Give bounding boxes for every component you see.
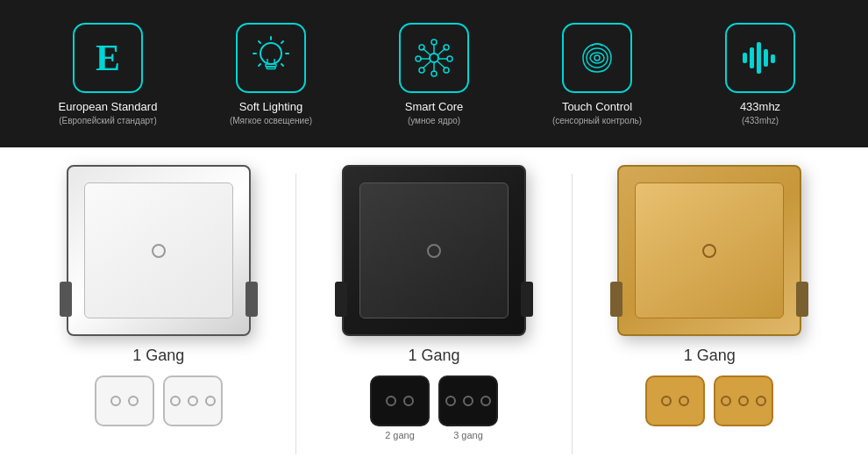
- divider-2: [572, 174, 573, 454]
- black-3gang-col: 3 gang: [438, 375, 498, 440]
- svg-rect-30: [743, 53, 747, 63]
- svg-rect-31: [750, 47, 754, 68]
- switch-black-dot: [427, 244, 441, 258]
- 433mhz-label: 433mhz: [740, 100, 780, 113]
- smart-core-icon: [399, 23, 469, 93]
- 433mhz-icon: [725, 23, 795, 93]
- european-standard-sublabel: (Европейский стандарт): [59, 116, 157, 125]
- svg-rect-33: [764, 49, 768, 67]
- svg-point-0: [260, 43, 281, 64]
- black-dot-4: [463, 396, 473, 406]
- soft-lighting-label: Soft Lighting: [239, 100, 302, 113]
- svg-point-29: [594, 55, 600, 61]
- gold-dot-4: [738, 396, 749, 406]
- feature-touch-control: Touch Control (сенсорный контроль): [523, 23, 672, 125]
- gold-dot-3: [721, 396, 731, 406]
- svg-rect-34: [771, 54, 775, 63]
- white-variants: [95, 375, 223, 426]
- svg-line-7: [259, 41, 260, 43]
- product-black: 1 Gang 2 gang 3 gang: [307, 165, 561, 440]
- switch-white-inner: [84, 182, 233, 318]
- gold-dot-1: [661, 396, 672, 406]
- black-gang-label: 1 Gang: [408, 347, 459, 365]
- features-bar: E European Standard (Европейский стандар…: [0, 0, 868, 147]
- 433mhz-sublabel: (433mhz): [742, 116, 779, 125]
- svg-point-28: [419, 45, 424, 50]
- gold-variants: [645, 375, 773, 426]
- divider-1: [295, 174, 296, 454]
- svg-point-12: [430, 54, 438, 62]
- european-standard-label: European Standard: [59, 100, 158, 113]
- european-standard-icon: E: [73, 23, 143, 93]
- feature-433mhz: 433mhz (433mhz): [686, 23, 835, 125]
- white-dot-1: [110, 396, 121, 406]
- svg-line-11: [259, 64, 260, 66]
- svg-point-22: [444, 45, 449, 50]
- switch-gold-main: [617, 165, 801, 336]
- black-dot-2: [403, 396, 414, 406]
- black-dot-3: [445, 396, 456, 406]
- black-2gang-label: 2 gang: [385, 430, 415, 440]
- soft-lighting-sublabel: (Мягкое освещение): [230, 116, 312, 125]
- switch-gold-dot: [702, 244, 716, 258]
- black-3gang-label: 3 gang: [453, 430, 483, 440]
- product-white: 1 Gang: [32, 165, 286, 426]
- white-dot-3: [170, 396, 181, 406]
- switch-white-dot: [152, 244, 166, 258]
- smart-core-label: Smart Core: [405, 100, 463, 113]
- white-dot-4: [188, 396, 198, 406]
- svg-line-10: [281, 64, 283, 66]
- soft-lighting-icon: [236, 23, 306, 93]
- switch-white-main: [67, 165, 251, 336]
- black-2gang-col: 2 gang: [370, 375, 430, 440]
- touch-control-icon: [562, 23, 632, 93]
- black-variants: 2 gang 3 gang: [370, 375, 498, 440]
- black-dot-1: [386, 396, 396, 406]
- white-gang-label: 1 Gang: [132, 347, 184, 365]
- smart-core-sublabel: (умное ядро): [408, 116, 460, 125]
- feature-smart-core: Smart Core (умное ядро): [359, 23, 509, 125]
- gold-gang-label: 1 Gang: [684, 347, 736, 365]
- switch-black-inner: [359, 182, 509, 318]
- black-dot-5: [480, 396, 491, 406]
- product-gold: 1 Gang: [582, 165, 836, 426]
- switch-gold-inner: [635, 182, 784, 318]
- black-2gang-variant: [370, 375, 430, 426]
- touch-control-sublabel: (сенсорный контроль): [552, 116, 642, 125]
- white-3gang-variant: [163, 375, 223, 426]
- gold-3gang-variant: [714, 375, 773, 426]
- white-dot-2: [128, 396, 139, 406]
- gold-dot-5: [756, 396, 766, 406]
- white-dot-5: [205, 396, 216, 406]
- svg-rect-32: [757, 42, 761, 74]
- products-section: 1 Gang 1 Gang: [0, 147, 868, 472]
- svg-point-26: [419, 68, 424, 73]
- white-2gang-variant: [95, 375, 154, 426]
- svg-line-16: [438, 61, 445, 68]
- gold-2gang-variant: [645, 375, 705, 426]
- svg-line-6: [281, 41, 283, 43]
- feature-soft-lighting: Soft Lighting (Мягкое освещение): [196, 23, 345, 125]
- gold-dot-2: [679, 396, 689, 406]
- touch-control-label: Touch Control: [562, 100, 632, 113]
- black-3gang-variant: [438, 375, 498, 426]
- svg-line-18: [423, 61, 430, 68]
- feature-european-standard: E European Standard (Европейский стандар…: [33, 23, 182, 125]
- switch-black-main: [342, 165, 526, 336]
- svg-point-24: [444, 68, 449, 73]
- svg-rect-2: [267, 67, 275, 69]
